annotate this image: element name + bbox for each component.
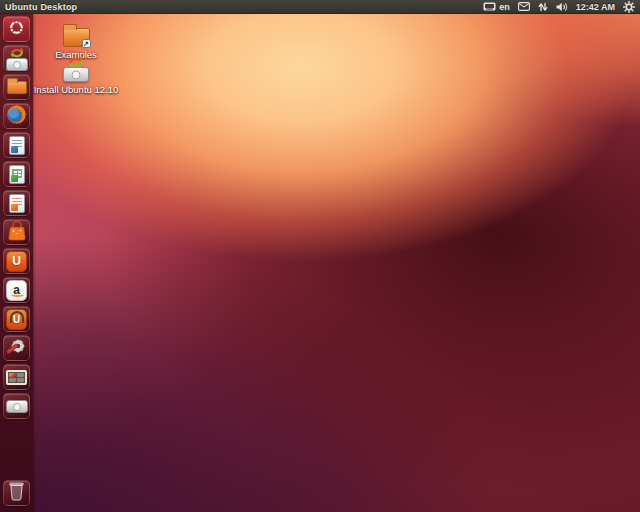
trash-icon <box>7 480 26 506</box>
launcher-item-workspace-switcher[interactable] <box>3 364 30 390</box>
software-center-icon <box>7 220 27 245</box>
envelope-icon <box>518 2 530 11</box>
launcher-item-firefox[interactable] <box>3 103 30 129</box>
keyboard-icon <box>483 2 496 11</box>
gear-icon <box>623 1 635 13</box>
desktop-icon-install-ubuntu[interactable]: Install Ubuntu 12.10 <box>32 56 120 95</box>
launcher-item-ubuntu-one[interactable]: U <box>3 248 30 274</box>
workspace-switcher-icon <box>6 370 27 385</box>
launcher-item-amazon[interactable]: a <box>3 277 30 303</box>
launcher-item-libreoffice-writer[interactable] <box>3 132 30 158</box>
launcher-items: U a U <box>0 14 33 419</box>
shortcut-arrow-emblem: ↗ <box>82 39 91 48</box>
disk-drive-icon <box>6 400 28 413</box>
amazon-smile-arrow <box>11 292 24 297</box>
writer-badge <box>11 146 18 153</box>
libreoffice-calc-icon <box>9 165 25 184</box>
speaker-icon <box>556 2 568 12</box>
clock-label: 12:42 AM <box>576 2 615 12</box>
install-arrows-icon <box>9 45 25 63</box>
launcher-item-ubuntu-one-music[interactable]: U <box>3 306 30 332</box>
system-settings-icon <box>6 335 28 361</box>
launcher-item-trash[interactable] <box>3 480 30 506</box>
sync-indicator[interactable] <box>538 0 548 13</box>
launcher-item-install-ubuntu[interactable] <box>3 45 30 71</box>
folder-shape: ↗ <box>63 28 90 47</box>
launcher-item-system-settings[interactable] <box>3 335 30 361</box>
ubuntu-logo-icon <box>7 18 26 41</box>
workspace-cell <box>17 378 24 382</box>
session-menu-indicator[interactable] <box>623 0 635 13</box>
workspace-cell <box>17 373 24 377</box>
launcher-item-software-center[interactable] <box>3 219 30 245</box>
impress-badge <box>11 204 18 211</box>
home-folder-icon <box>7 81 27 94</box>
top-panel: Ubuntu Desktop en 12:42 AM <box>0 0 640 14</box>
launcher-item-libreoffice-impress[interactable] <box>3 190 30 216</box>
desktop-icon-label: Install Ubuntu 12.10 <box>34 84 119 95</box>
calc-badge <box>11 175 18 182</box>
install-arrows-icon <box>67 54 85 73</box>
ubuntu-one-music-letter: U <box>13 314 20 325</box>
sync-arrows-icon <box>538 2 548 12</box>
libreoffice-writer-icon <box>9 136 25 155</box>
ubuntu-one-music-icon: U <box>6 309 27 330</box>
keyboard-layout-indicator[interactable]: en <box>483 0 510 13</box>
launcher-item-home-folder[interactable] <box>3 74 30 100</box>
launcher-item-libreoffice-calc[interactable] <box>3 161 30 187</box>
examples-folder-icon: ↗ <box>63 21 90 47</box>
active-app-title: Ubuntu Desktop <box>5 2 77 12</box>
install-ubuntu-desktop-icon <box>63 56 89 82</box>
sound-indicator[interactable] <box>556 0 568 13</box>
workspace-cell-active <box>9 373 16 377</box>
libreoffice-impress-icon <box>9 194 25 213</box>
clock-indicator[interactable]: 12:42 AM <box>576 0 615 13</box>
dash-home-button[interactable] <box>3 16 30 42</box>
install-ubuntu-icon <box>6 45 28 71</box>
unity-launcher: U a U <box>0 14 33 512</box>
ubuntu-one-letter: U <box>12 254 21 268</box>
ubuntu-one-icon: U <box>6 251 27 272</box>
amazon-icon: a <box>6 280 27 301</box>
messages-indicator[interactable] <box>518 0 530 13</box>
firefox-icon <box>6 104 27 129</box>
launcher-item-disk-drive[interactable] <box>3 393 30 419</box>
keyboard-layout-label: en <box>499 2 510 12</box>
indicator-area: en 12:42 AM <box>483 0 635 13</box>
workspace-cell <box>9 378 16 382</box>
